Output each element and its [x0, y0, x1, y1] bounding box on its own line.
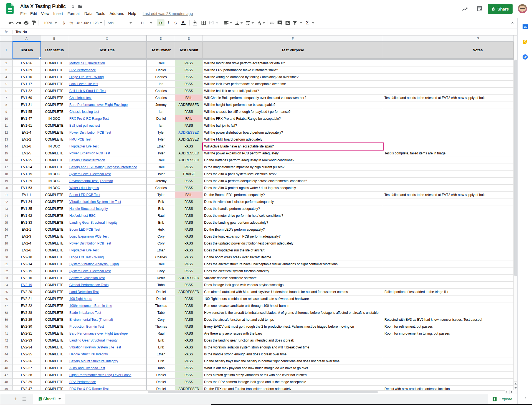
svg-text:1: 1 [39, 398, 41, 400]
